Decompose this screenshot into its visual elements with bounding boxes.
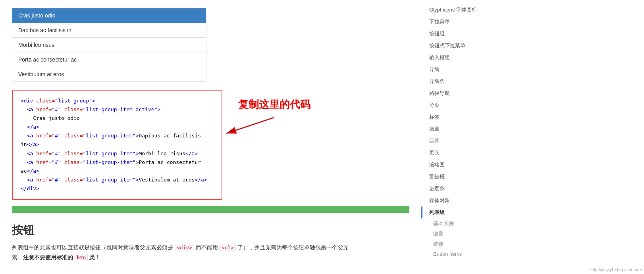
list-group-item-1[interactable]: Cras justo odio — [12, 8, 206, 23]
code-line-4: </a> — [21, 123, 214, 131]
sidebar: Glyphicons 字体图标 下拉菜单 按钮组 按钮式下拉菜单 输入框组 导航… — [421, 0, 500, 274]
button-section: 按钮 列表组中的元素也可以直接就是按钮（也同时意味着父元素必须是 <div> 而… — [12, 223, 409, 262]
sidebar-item-list-group[interactable]: 列表组 — [421, 206, 500, 218]
main-content: Cras justo odio Dapibus ac facilisis in … — [0, 0, 421, 274]
sidebar-item-button-group[interactable]: 按钮组 — [421, 28, 500, 40]
list-group-item-4[interactable]: Porta ac consectetur ac — [12, 52, 206, 67]
list-group-item-2[interactable]: Dapibus ac facilisis in — [12, 23, 206, 38]
site-tag: http://jiytyg1.blog.csdn.net/ — [590, 267, 642, 272]
sidebar-item-thumbnails[interactable]: 缩略图 — [421, 159, 500, 171]
code-line-1: <div class="list-group"> — [21, 96, 214, 105]
annotation-arrow — [218, 94, 306, 177]
section-title: 按钮 — [12, 223, 409, 238]
sidebar-item-alerts[interactable]: 警告框 — [421, 171, 500, 183]
inline-code-btn: btn — [75, 254, 88, 261]
list-group-item-5[interactable]: Vestibulum at eros — [12, 67, 206, 81]
sidebar-item-nav[interactable]: 导航 — [421, 64, 500, 75]
section-desc2: 素。注意不要使用标准的 btn 类！ — [12, 253, 409, 262]
code-line-9: </div> — [21, 184, 214, 193]
bold-warning: 注意不要使用标准的 btn 类！ — [23, 254, 100, 260]
list-group-item-3[interactable]: Morbi leo risus — [12, 38, 206, 52]
inline-code-ul: <ul> — [220, 244, 236, 251]
section-desc: 列表组中的元素也可以直接就是按钮（也同时意味着父元素必须是 <div> 而不能用… — [12, 243, 409, 253]
green-divider-bar — [12, 206, 409, 213]
code-line-7: <a href="#" class="list-group-item">Port… — [21, 158, 214, 176]
sidebar-subitem-badges[interactable]: 徽章 — [421, 229, 500, 239]
sidebar-item-button-dropdown[interactable]: 按钮式下拉菜单 — [421, 40, 500, 52]
sidebar-item-dropdown[interactable]: 下拉菜单 — [421, 16, 500, 28]
code-line-2: <a href="#" class="list-group-item activ… — [21, 105, 214, 114]
sidebar-item-page-header[interactable]: 页头 — [421, 147, 500, 159]
sidebar-item-input-group[interactable]: 输入框组 — [421, 52, 500, 64]
list-group-demo: Cras justo odio Dapibus ac facilisis in … — [12, 8, 206, 82]
sidebar-item-breadcrumb[interactable]: 路径导航 — [421, 87, 500, 99]
sidebar-item-media[interactable]: 媒体对象 — [421, 195, 500, 206]
sidebar-subitem-links[interactable]: 链接 — [421, 239, 500, 249]
sidebar-item-jumbotron[interactable]: 巨幕 — [421, 135, 500, 147]
sidebar-item-badges[interactable]: 徽章 — [421, 123, 500, 135]
svg-line-1 — [226, 118, 274, 133]
code-line-6: <a href="#" class="list-group-item">Morb… — [21, 149, 214, 158]
inline-code-div: <div> — [175, 244, 194, 251]
code-line-8: <a href="#" class="list-group-item">Vest… — [21, 176, 214, 184]
sidebar-subitem-basic[interactable]: 基本实例 — [421, 218, 500, 229]
code-line-3: Cras justo odio — [21, 114, 214, 123]
sidebar-item-pagination[interactable]: 分页 — [421, 99, 500, 111]
sidebar-item-glyphicons[interactable]: Glyphicons 字体图标 — [421, 4, 500, 16]
code-line-5: <a href="#" class="list-group-item">Dapi… — [21, 131, 214, 149]
sidebar-item-labels[interactable]: 标签 — [421, 111, 500, 123]
code-block: <div class="list-group"> <a href="#" cla… — [12, 90, 222, 200]
sidebar-subitem-buttons[interactable]: Button items — [421, 249, 500, 259]
sidebar-item-progress[interactable]: 进度条 — [421, 183, 500, 195]
sidebar-item-navbar[interactable]: 导航条 — [421, 75, 500, 87]
